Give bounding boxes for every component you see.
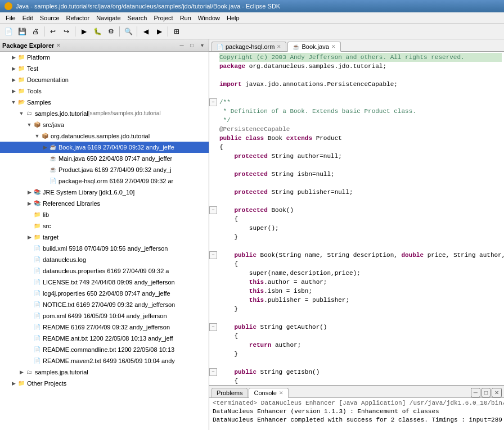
code-line-ga-close: } xyxy=(209,350,504,359)
next-button[interactable]: ▶ xyxy=(153,25,165,38)
tree-label-readme: README 6169 27/04/09 09:32 andy_jefferso… xyxy=(43,322,170,332)
tab-close-book-java[interactable]: ✕ xyxy=(331,44,336,49)
menu-navigate[interactable]: Navigate xyxy=(93,14,124,22)
minimize-bottom-button[interactable]: ─ xyxy=(471,388,480,397)
menu-source[interactable]: Source xyxy=(37,14,63,22)
tree-item-book-java[interactable]: ▶ ☕ Book.java 6169 27/04/09 09:32 andy_j… xyxy=(0,142,209,153)
tree-label-src-java: src/java xyxy=(43,120,64,130)
code-line-cons-open: { xyxy=(209,215,504,224)
run-button[interactable]: ▶ xyxy=(78,25,90,38)
bottom-panel: Problems Console ✕ ─ □ ✕ <terminated xyxy=(209,385,504,430)
expand-arrow-target: ▶ xyxy=(26,234,33,241)
tree-item-samples-jdo[interactable]: ▼ 🗂 samples.jdo.tutorial [samples/sample… xyxy=(0,108,209,119)
perspective-button[interactable]: ⊞ xyxy=(170,25,183,38)
folder-icon-samples: 📂 xyxy=(17,98,26,106)
tree-item-notice-txt[interactable]: ▶ 📄 NOTICE.txt 6169 27/04/09 09:32 andy_… xyxy=(0,299,209,310)
tree-item-package-orm[interactable]: ▶ 📄 package-hsql.orm 6169 27/04/09 09:32… xyxy=(0,175,209,187)
tree-item-lib-folder[interactable]: ▶ 📁 lib xyxy=(0,209,209,220)
tree-item-main-java[interactable]: ▶ ☕ Main.java 650 22/04/08 07:47 andy_je… xyxy=(0,153,209,164)
fold-button-constructor-full[interactable]: − xyxy=(209,251,217,259)
txt-file-icon-readme-cmd: 📄 xyxy=(33,346,42,354)
code-line-blank7 xyxy=(209,314,504,323)
menu-search[interactable]: Search xyxy=(124,14,151,22)
window-title: Java - samples.jdo.tutorial/src/java/org… xyxy=(16,3,280,10)
tree-item-log4j-props[interactable]: ▶ 📄 log4j.properties 650 22/04/08 07:47 … xyxy=(0,288,209,299)
tree-item-platform[interactable]: ▶ 📁 Platform xyxy=(0,52,209,63)
maximize-bottom-button[interactable]: □ xyxy=(482,388,490,397)
tree-item-datanucleus-props[interactable]: ▶ 📄 datanucleus.properties 6169 27/04/09… xyxy=(0,265,209,277)
tree-item-build-xml[interactable]: ▶ 📄 build.xml 5918 07/04/09 10:56 andy_j… xyxy=(0,243,209,254)
code-line-blank4 xyxy=(209,179,504,188)
code-line-open-brace: { xyxy=(209,143,504,152)
java-file-icon-book: ☕ xyxy=(48,143,57,151)
menu-file[interactable]: File xyxy=(2,14,19,22)
prev-button[interactable]: ◀ xyxy=(140,25,152,38)
tab-icon-book-java: ☕ xyxy=(292,44,299,50)
tab-problems[interactable]: Problems xyxy=(212,388,248,397)
tree-item-readme-ant[interactable]: ▶ 📄 README.ant.txt 1200 22/05/08 10:13 a… xyxy=(0,333,209,344)
code-line-blank2 xyxy=(209,89,504,98)
tree-item-ref-lib[interactable]: ▶ 📚 Referenced Libraries xyxy=(0,198,209,209)
tree-item-readme[interactable]: ▶ 📄 README 6169 27/04/09 09:32 andy_jeff… xyxy=(0,322,209,333)
menu-run[interactable]: Run xyxy=(177,14,195,22)
menu-refactor[interactable]: Refactor xyxy=(63,14,93,22)
tree-item-src-folder[interactable]: ▶ 📁 src xyxy=(0,220,209,232)
fold-button-constructor[interactable]: − xyxy=(209,206,217,214)
tab-close-package-hsql[interactable]: ✕ xyxy=(277,44,281,49)
debug-button[interactable]: 🐛 xyxy=(91,25,104,38)
menu-project[interactable]: Project xyxy=(150,14,176,22)
tree-item-src-java[interactable]: ▼ 📦 src/java xyxy=(0,119,209,130)
xml-file-icon-build: 📄 xyxy=(33,245,42,252)
fold-button-jdoc[interactable]: − xyxy=(209,98,217,106)
menu-edit[interactable]: Edit xyxy=(19,14,37,22)
code-text-pkg: package org.datanucleus.samples.jdo.tuto… xyxy=(219,62,386,71)
tree-item-datanucleus-log[interactable]: ▶ 📄 datanucleus.log xyxy=(0,254,209,265)
tree-item-samples[interactable]: ▼ 📂 Samples xyxy=(0,97,209,108)
console-line-3: DataNucleus Enhancer completed with succ… xyxy=(213,416,501,424)
tab-package-hsql[interactable]: 📄 package-hsql.orm ✕ xyxy=(212,42,286,51)
print-button[interactable]: 🖨 xyxy=(29,25,42,38)
tree-item-pom-xml[interactable]: ▶ 📄 pom.xml 6499 16/05/09 10:04 andy_jef… xyxy=(0,310,209,322)
code-line-isbn-field: protected String isbn=null; xyxy=(209,170,504,179)
srcfolder-icon: 📦 xyxy=(33,121,42,129)
tree-label-build-xml: build.xml 5918 07/04/09 10:56 andy_jeffe… xyxy=(43,243,168,254)
tree-item-readme-cmd[interactable]: ▶ 📄 README.commandline.txt 1200 22/05/08… xyxy=(0,344,209,355)
tree-item-license-txt[interactable]: ▶ 📄 LICENSE.txt 749 24/04/08 09:09 andy_… xyxy=(0,277,209,288)
tree-item-product-java[interactable]: ▶ ☕ Product.java 6169 27/04/09 09:32 and… xyxy=(0,164,209,175)
external-tools-button[interactable]: ⚙ xyxy=(105,25,117,38)
minimize-view-button[interactable]: ─ xyxy=(177,41,186,50)
tab-book-java[interactable]: ☕ Book.java ✕ xyxy=(287,42,340,52)
tab-console[interactable]: Console ✕ xyxy=(249,388,288,398)
new-button[interactable]: 📄 xyxy=(2,25,15,38)
package-explorer-tree: ▶ 📁 Platform ▶ 📁 Test ▶ 📁 Documentation … xyxy=(0,52,209,430)
close-bottom-button[interactable]: ✕ xyxy=(492,388,502,397)
save-button[interactable]: 💾 xyxy=(16,25,28,38)
maximize-view-button[interactable]: □ xyxy=(187,41,196,50)
tree-item-tools[interactable]: ▶ 📁 Tools xyxy=(0,85,209,97)
console-output[interactable]: <terminated> DataNucleus Enhancer [Java … xyxy=(209,398,504,430)
menu-window[interactable]: Window xyxy=(195,14,223,22)
search-button[interactable]: 🔍 xyxy=(122,25,134,38)
tree-label-readme-maven: README.maven2.txt 6499 16/05/09 10:04 an… xyxy=(43,356,175,366)
tree-item-other-projects[interactable]: ▶ 📁 Other Projects xyxy=(0,378,209,389)
tree-item-documentation[interactable]: ▶ 📁 Documentation xyxy=(0,74,209,85)
fold-button-getisbn[interactable]: − xyxy=(209,368,217,376)
tree-item-test[interactable]: ▶ 📁 Test xyxy=(0,63,209,74)
code-editor[interactable]: Copyright (c) 2003 Andy Jefferson and ot… xyxy=(209,52,504,385)
redo-button[interactable]: ↪ xyxy=(60,25,73,38)
tree-item-samples-jpa[interactable]: ▶ 🗂 samples.jpa.tutorial xyxy=(0,366,209,378)
tree-item-readme-maven[interactable]: ▶ 📄 README.maven2.txt 6499 16/05/09 10:0… xyxy=(0,355,209,366)
tree-label-readme-ant: README.ant.txt 1200 22/05/08 10:13 andy_… xyxy=(43,333,173,343)
fold-button-getauthor[interactable]: − xyxy=(209,323,217,331)
tree-item-target-folder[interactable]: ▶ 📁 target xyxy=(0,232,209,243)
undo-button[interactable]: ↩ xyxy=(47,25,59,38)
menu-help[interactable]: Help xyxy=(223,14,243,22)
tree-item-org-package[interactable]: ▼ 📦 org.datanucleus.samples.jdo.tutorial xyxy=(0,130,209,142)
expand-arrow-ref-lib: ▶ xyxy=(26,200,33,207)
tree-label-tools: Tools xyxy=(27,86,42,96)
package-icon: 📦 xyxy=(40,132,50,140)
expand-arrow-book-java: ▶ xyxy=(42,144,48,151)
tab-close-console[interactable]: ✕ xyxy=(279,390,284,396)
tree-item-jre-lib[interactable]: ▶ 📚 JRE System Library [jdk1.6.0_10] xyxy=(0,187,209,198)
view-menu-button[interactable]: ▾ xyxy=(197,41,206,50)
